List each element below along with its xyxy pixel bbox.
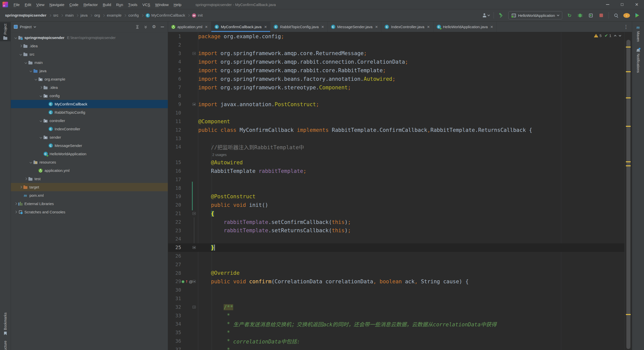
hide-panel-icon[interactable] [159,24,165,30]
line-number[interactable]: 12 [168,126,181,134]
code-line-14[interactable]: 14 //把监听器注入到RabbitTemplate中 [168,143,624,151]
breadcrumb-item-config[interactable]: config [128,13,139,18]
line-number[interactable]: 32 [168,303,181,312]
breadcrumb-item-java[interactable]: java [80,13,88,18]
warning-stripe-mark[interactable] [626,71,631,72]
menu-item-vcs[interactable]: VCS [140,0,153,9]
tree-item-controller[interactable]: controller [11,116,168,125]
build-hammer-icon[interactable] [498,12,504,19]
line-number[interactable]: 13 [168,134,181,143]
tree-item--idea[interactable]: .idea [11,42,168,50]
breadcrumb-item-example[interactable]: example [107,13,122,18]
menu-item-tools[interactable]: Tools [126,0,140,9]
code-line-15[interactable]: 15 @Autowired [168,158,624,167]
code-line-27[interactable]: 27 [168,260,624,269]
tree-item-indexcontroller[interactable]: CIndexController [11,125,168,133]
code-line-8[interactable]: 8 [168,92,624,100]
tree-item-scratches-and-consoles[interactable]: Scratches and Consoles [11,208,168,216]
tab-close-icon[interactable]: ✕ [205,25,208,29]
fold-toggle-icon[interactable] [192,246,196,249]
tool-window-button-structure[interactable]: Structure [0,339,11,350]
line-number[interactable]: 24 [168,235,181,243]
line-number[interactable]: 28 [168,269,181,278]
tree-item-messagesender[interactable]: CMessageSender [11,141,168,150]
fold-toggle-icon[interactable] [192,306,196,308]
code-line-3[interactable]: 3import org.springframework.amqp.core.Re… [168,49,624,58]
chevron-right-icon[interactable] [14,211,17,213]
line-number[interactable]: 20 [168,201,181,209]
tab-close-icon[interactable]: ✕ [264,25,267,29]
line-number[interactable]: 36 [168,337,181,345]
line-number[interactable]: 37 [168,345,181,350]
tree-item-target[interactable]: target [11,183,168,191]
run-with-coverage-icon[interactable] [587,12,594,19]
kebab-menu-icon[interactable]: ⋮ [620,22,632,32]
code-line-32[interactable]: 32 /** [168,303,624,312]
line-number[interactable]: 29 [168,277,181,286]
collapse-all-icon[interactable] [143,24,149,30]
tree-item-sender[interactable]: sender [11,133,168,141]
code-line-6[interactable]: 6import org.springframework.beans.factor… [168,75,624,83]
chevron-down-icon[interactable] [19,53,22,56]
line-number[interactable]: 9 [168,100,181,109]
line-number[interactable]: 21 [168,209,181,218]
fold-toggle-icon[interactable] [192,52,196,55]
line-number[interactable]: 18 [168,184,181,192]
maximize-icon[interactable] [615,0,629,9]
line-number[interactable]: 27 [168,260,181,269]
tool-window-button-bookmarks[interactable]: Bookmarks [0,311,11,337]
chevron-right-icon[interactable] [39,86,42,89]
scrollbar-thumb[interactable] [626,40,630,349]
code-line-37[interactable]: 37 * [168,345,624,350]
ide-update-icon[interactable]: ↑ [623,13,630,18]
fold-toggle-icon[interactable] [192,212,196,215]
line-number[interactable]: 17 [168,175,181,184]
warning-stripe-mark[interactable] [626,314,631,315]
tree-item-application-yml[interactable]: application.yml [11,166,168,175]
settings-gear-icon[interactable]: ⚙ [151,24,157,30]
tab-helloworldapplication-java[interactable]: CHelloWorldApplication.java✕ [433,22,497,32]
line-number[interactable]: 7 [168,83,181,92]
chevron-down-icon[interactable] [39,136,42,139]
line-number[interactable]: 11 [168,117,181,126]
tab-close-icon[interactable]: ✕ [427,25,430,29]
tree-item-java[interactable]: java [11,67,168,75]
usages-inlay-hint[interactable]: 2 usages [168,151,624,158]
chevron-down-icon[interactable] [33,25,36,28]
line-number[interactable]: 31 [168,294,181,303]
warning-stripe-mark[interactable] [626,47,631,48]
chevron-down-icon[interactable] [34,78,37,81]
line-number[interactable]: 34 [168,320,181,328]
code-line-12[interactable]: 12public class MyConfirmCallback impleme… [168,126,624,134]
tree-item-pom-xml[interactable]: mpom.xml [11,191,168,200]
menu-item-window[interactable]: Window [153,0,171,9]
expand-all-icon[interactable] [134,24,140,30]
inspections-widget[interactable]: ! 5 ✔ 1 [594,33,621,38]
tree-item-test[interactable]: test [11,175,168,183]
menu-item-run[interactable]: Run [114,0,126,9]
user-icon[interactable] [482,12,490,19]
breadcrumb-item-init[interactable]: minit [192,13,203,18]
tree-item-external-libraries[interactable]: External Libraries [11,200,168,208]
line-number[interactable]: 2 [168,41,181,49]
warning-stripe-mark[interactable] [626,165,631,166]
tool-window-button-notifications[interactable]: Notifications [632,47,644,74]
chevron-right-icon[interactable] [24,178,27,180]
chevron-down-icon[interactable] [29,70,32,72]
tree-item-config[interactable]: config [11,92,168,100]
tree-item-org-example[interactable]: org.example [11,75,168,83]
tab-messagesender-java[interactable]: CMessageSender.java✕ [328,22,382,32]
chevron-right-icon[interactable] [19,45,22,47]
previous-problem-icon[interactable] [614,35,617,37]
line-number[interactable]: 6 [168,75,181,83]
line-number[interactable]: 19 [168,192,181,201]
code-line-17[interactable]: 17 [168,175,624,184]
tab-indexcontroller-java[interactable]: CIndexController.java✕ [381,22,433,32]
tab-application-yml[interactable]: application.yml✕ [168,22,211,32]
tab-close-icon[interactable]: ✕ [321,25,324,29]
code-line-26[interactable]: 26 [168,252,624,260]
code-editor[interactable]: 1package org.example.config;23import org… [168,32,632,350]
tree-item-rabbittopicconfig[interactable]: CRabbitTopicConfig [11,108,168,116]
code-line-36[interactable]: 36 * correlationData中包括: [168,337,624,345]
code-line-31[interactable]: 31 [168,294,624,303]
